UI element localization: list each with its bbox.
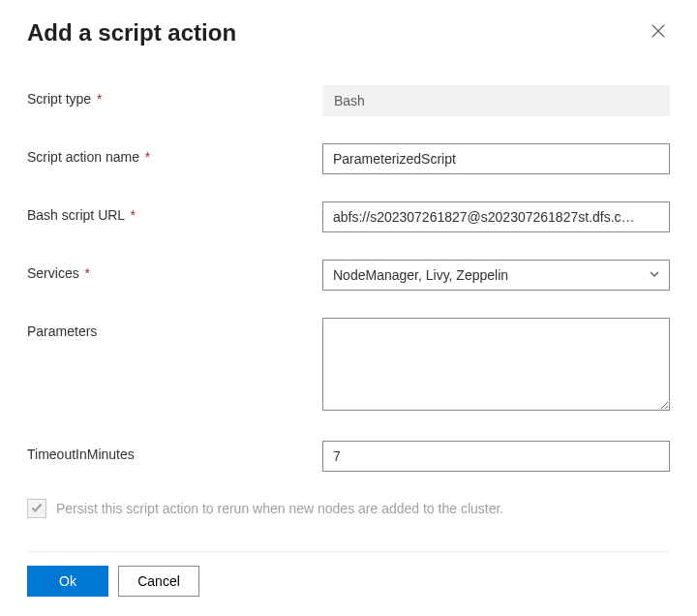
panel-title: Add a script action	[27, 19, 236, 46]
add-script-action-panel: Add a script action Script type * Bash S…	[0, 0, 697, 616]
required-mark: *	[145, 149, 150, 165]
panel-header: Add a script action	[27, 19, 670, 46]
script-type-value-col: Bash	[322, 85, 670, 116]
required-mark: *	[131, 207, 136, 223]
script-action-name-row: Script action name *	[27, 143, 670, 174]
persist-row: Persist this script action to rerun when…	[27, 499, 670, 518]
timeout-input[interactable]	[322, 441, 670, 472]
parameters-input[interactable]	[322, 318, 670, 411]
field-label-text: Script action name	[27, 149, 139, 165]
cancel-button[interactable]: Cancel	[118, 566, 199, 597]
persist-checkbox	[27, 499, 46, 518]
services-row: Services * NodeManager, Livy, Zeppelin	[27, 260, 670, 291]
parameters-label: Parameters	[27, 318, 322, 339]
bash-script-url-input[interactable]	[322, 201, 670, 232]
services-label: Services *	[27, 260, 322, 281]
script-type-field: Bash	[322, 85, 670, 116]
parameters-row: Parameters	[27, 318, 670, 414]
timeout-label: TimeoutInMinutes	[27, 441, 322, 462]
script-action-name-label: Script action name *	[27, 143, 322, 165]
field-label-text: Bash script URL	[27, 207, 125, 223]
close-icon	[651, 23, 666, 42]
close-button[interactable]	[647, 19, 670, 46]
script-type-label: Script type *	[27, 85, 322, 107]
field-label-text: Script type	[27, 91, 91, 107]
script-type-row: Script type * Bash	[27, 85, 670, 116]
script-action-name-input[interactable]	[322, 143, 670, 174]
form: Script type * Bash Script action name * …	[27, 85, 670, 532]
bash-script-url-label: Bash script URL *	[27, 201, 322, 223]
services-select-wrapper: NodeManager, Livy, Zeppelin	[322, 260, 670, 291]
field-label-text: Services	[27, 265, 79, 281]
persist-checkbox-label: Persist this script action to rerun when…	[56, 501, 503, 516]
panel-footer: Ok Cancel	[27, 551, 670, 597]
services-select[interactable]: NodeManager, Livy, Zeppelin	[322, 260, 670, 291]
ok-button[interactable]: Ok	[27, 566, 108, 597]
timeout-row: TimeoutInMinutes	[27, 441, 670, 472]
checkmark-icon	[30, 501, 44, 517]
field-label-text: Parameters	[27, 323, 97, 339]
bash-script-url-row: Bash script URL *	[27, 201, 670, 232]
required-mark: *	[85, 265, 90, 281]
field-label-text: TimeoutInMinutes	[27, 447, 135, 462]
required-mark: *	[97, 91, 102, 107]
